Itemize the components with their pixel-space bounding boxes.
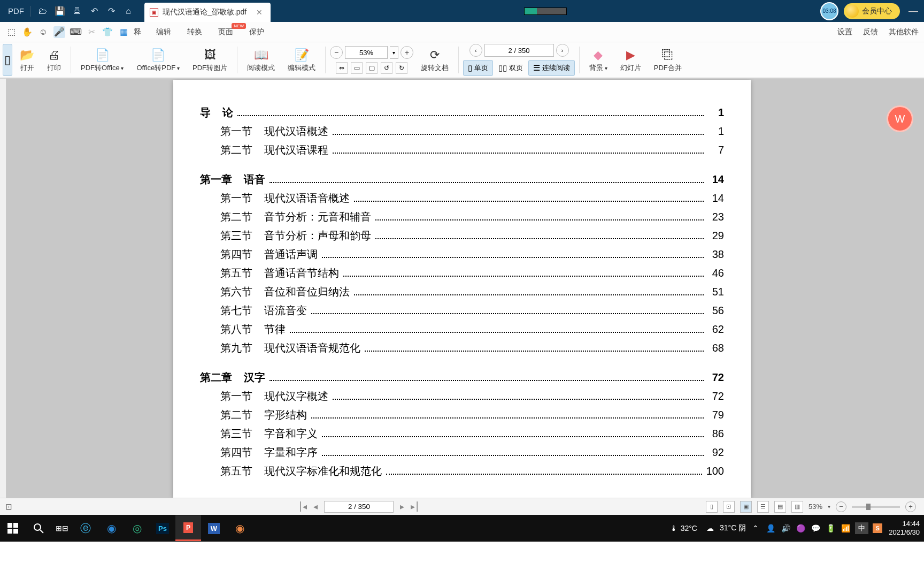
redo-icon[interactable]: ↷ <box>106 6 117 17</box>
page-input[interactable] <box>484 44 554 57</box>
fit-page-icon[interactable]: ▭ <box>351 62 363 74</box>
keyboard-icon[interactable]: ⌨ <box>70 26 81 38</box>
zoom-out-button[interactable]: − <box>330 46 343 59</box>
minimize-button[interactable]: — <box>905 5 921 17</box>
smiley-icon[interactable]: ☺ <box>37 26 49 38</box>
rotate-left-icon[interactable]: ↺ <box>381 62 392 74</box>
save-icon[interactable]: 💾 <box>55 6 65 17</box>
office-to-pdf-button[interactable]: 📄 Office转PDF <box>132 44 186 76</box>
sb-zoom-in[interactable]: + <box>905 501 916 512</box>
background-button[interactable]: ◆ 背景 <box>584 44 613 76</box>
fit-width-icon[interactable]: ⇔ <box>336 62 348 74</box>
sb-view4-icon[interactable]: ☰ <box>757 501 769 513</box>
taskbar-temperature[interactable]: 🌡 32°C <box>665 524 703 533</box>
cursor-tool-icon[interactable]: ⬚ <box>5 26 17 38</box>
pdf-merge-button[interactable]: ⿻ PDF合并 <box>649 44 687 76</box>
toc-title: 普通话声调 <box>252 247 318 262</box>
sb-view1-icon[interactable]: ▯ <box>706 501 718 513</box>
continuous-read-button[interactable]: ☰ 连续阅读 <box>528 60 575 76</box>
grid-icon[interactable]: ▦ <box>118 26 129 38</box>
toc-row: 第一节 现代汉字概述72 <box>200 389 724 404</box>
home-icon[interactable]: ⌂ <box>123 6 134 17</box>
weather-icon[interactable]: ☁ <box>705 524 715 533</box>
toc-page-number: 92 <box>708 446 724 459</box>
timer-badge[interactable]: 03:08 <box>820 2 838 20</box>
edit-menu[interactable]: 编辑 <box>156 27 171 37</box>
floating-word-button[interactable]: W <box>887 105 913 132</box>
print-button[interactable]: 🖨 打印 <box>42 44 66 76</box>
mic-icon[interactable]: 🎤 <box>53 26 65 38</box>
close-tab-icon[interactable]: ✕ <box>256 8 263 17</box>
sidebar-rail[interactable] <box>0 79 6 498</box>
member-center-button[interactable]: 会员中心 <box>844 3 900 19</box>
pdf-to-office-button[interactable]: 📄 PDF转Office <box>75 44 129 76</box>
read-mode-button[interactable]: 📖 阅读模式 <box>242 44 280 76</box>
sb-view5-icon[interactable]: ▤ <box>774 501 786 513</box>
taskbar-clock[interactable]: 14:44 2021/6/30 <box>884 520 924 536</box>
taskbar-wps[interactable]: W <box>201 515 227 541</box>
tray-sogou-icon[interactable]: S <box>873 523 882 533</box>
settings-link[interactable]: 设置 <box>837 27 852 37</box>
taskbar-pdf-app[interactable]: P <box>175 515 201 541</box>
tray-people-icon[interactable]: 👤 <box>765 524 776 533</box>
toc-prefix: 第八节 <box>220 322 252 337</box>
next-page-sb-button[interactable]: ▸ <box>400 501 404 512</box>
tray-app1-icon[interactable]: 🟣 <box>795 524 806 533</box>
protect-menu[interactable]: 保护 <box>249 27 264 37</box>
zoom-dropdown[interactable]: ▾ <box>390 46 398 59</box>
scissors-icon[interactable]: ✂ <box>86 26 97 38</box>
prev-page-button[interactable]: ‹ <box>469 44 482 57</box>
sb-view6-icon[interactable]: ▥ <box>791 501 803 513</box>
convert-menu[interactable]: 转换 <box>187 27 202 37</box>
undo-icon[interactable]: ↶ <box>89 6 99 17</box>
sb-page-input[interactable] <box>324 501 394 513</box>
prev-page-sb-button[interactable]: ◂ <box>313 501 318 512</box>
zoom-input[interactable] <box>345 46 388 59</box>
zoom-in-button[interactable]: + <box>401 46 413 59</box>
rotate-right-icon[interactable]: ↻ <box>396 62 407 74</box>
book-icon: 📖 <box>254 47 268 63</box>
annotate-menu[interactable]: 释 <box>134 27 141 37</box>
page-menu[interactable]: 页面 NEW <box>218 27 233 37</box>
taskbar-edge[interactable]: ◉ <box>98 515 124 541</box>
actual-size-icon[interactable]: ▢ <box>366 62 378 74</box>
taskbar-ps[interactable]: Ps <box>150 515 175 541</box>
print-icon[interactable]: 🖶 <box>72 6 82 17</box>
double-page-button[interactable]: ▯▯ 双页 <box>494 60 527 76</box>
tray-chevron-icon[interactable]: ⌃ <box>750 524 761 533</box>
slideshow-button[interactable]: ▶ 幻灯片 <box>615 44 646 76</box>
single-page-button[interactable]: ▯ 单页 <box>463 60 493 76</box>
sb-view3-icon[interactable]: ▣ <box>740 501 752 513</box>
rotate-doc-button[interactable]: ⟳ 旋转文档 <box>415 44 454 76</box>
sidebar-toggle-button[interactable]: ▯ <box>3 44 12 76</box>
start-button[interactable] <box>0 515 26 541</box>
tray-battery-icon[interactable]: 🔋 <box>825 524 836 533</box>
tray-wifi-icon[interactable]: 📶 <box>840 524 851 533</box>
taskbar-ppt[interactable]: ◉ <box>227 515 252 541</box>
tray-wechat-icon[interactable]: 💬 <box>810 524 821 533</box>
toc-prefix: 第九节 <box>220 341 252 355</box>
document-tab[interactable]: ▣ 现代汉语通论_邵敬敏.pdf ✕ <box>144 3 271 22</box>
sb-zoom-out[interactable]: − <box>836 501 846 512</box>
task-view-button[interactable]: ⊞⊟ <box>51 524 73 533</box>
sb-view2-icon[interactable]: ⊡ <box>723 501 735 513</box>
pdf-to-image-button[interactable]: 🖼 PDF转图片 <box>187 44 233 76</box>
open-folder-icon[interactable]: 🗁 <box>37 6 48 17</box>
ime-indicator[interactable]: 中 <box>855 522 868 534</box>
last-page-button[interactable]: ▸⎮ <box>411 501 419 512</box>
tray-sound-icon[interactable]: 🔊 <box>780 524 791 533</box>
toc-title: 音位和音位归纳法 <box>252 285 350 299</box>
next-page-button[interactable]: › <box>556 44 569 57</box>
search-button[interactable] <box>26 515 51 541</box>
feedback-link[interactable]: 反馈 <box>863 27 878 37</box>
first-page-button[interactable]: ⎮◂ <box>298 501 307 512</box>
open-button[interactable]: 📂 打开 <box>14 44 40 76</box>
taskbar-ie[interactable]: ⓔ <box>73 515 98 541</box>
shirt-icon[interactable]: 👕 <box>102 26 113 38</box>
zoom-slider[interactable] <box>852 506 900 508</box>
hand-tool-icon[interactable]: ✋ <box>21 26 33 38</box>
sb-left-icon[interactable]: ⊡ <box>5 502 12 512</box>
other-software-link[interactable]: 其他软件 <box>889 27 919 37</box>
taskbar-360[interactable]: ◎ <box>124 515 150 541</box>
edit-mode-button[interactable]: 📝 编辑模式 <box>282 44 321 76</box>
